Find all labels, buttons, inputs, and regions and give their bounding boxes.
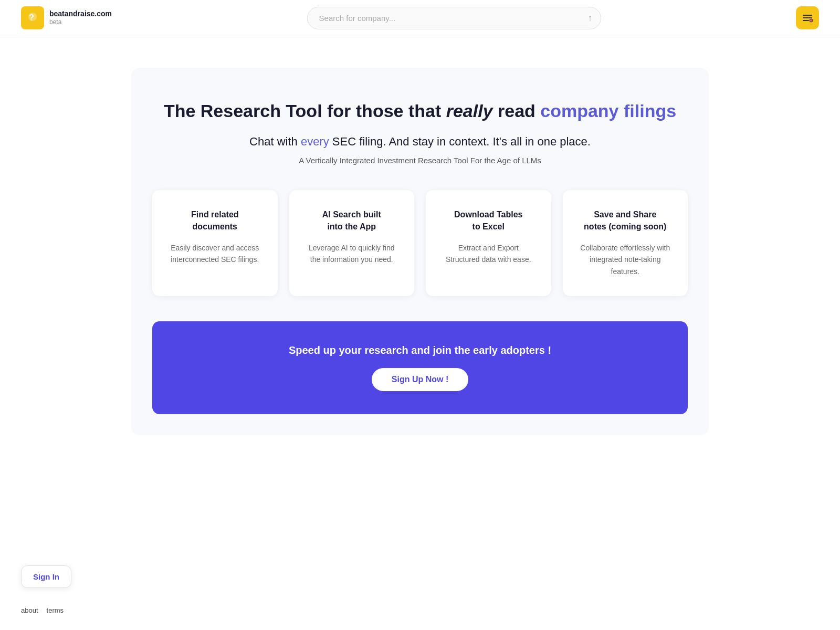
- card-title-1: Find relateddocuments: [167, 209, 263, 233]
- card-download-tables: Download Tablesto Excel Extract and Expo…: [426, 190, 551, 296]
- main-content: The Research Tool for those that really …: [131, 68, 709, 435]
- logo-beta: beta: [49, 18, 112, 26]
- card-title-2: AI Search builtinto the App: [304, 209, 400, 233]
- user-menu-button[interactable]: [796, 6, 819, 29]
- search-input[interactable]: [307, 7, 601, 29]
- logo-text: beatandraise.com beta: [49, 9, 112, 26]
- card-desc-1: Easily discover and access interconnecte…: [167, 242, 263, 266]
- page-wrapper: The Research Tool for those that really …: [0, 36, 840, 451]
- hero-title: The Research Tool for those that really …: [152, 99, 688, 122]
- search-arrow-icon: ↑: [588, 13, 593, 24]
- cta-text: Speed up your research and join the earl…: [173, 344, 667, 356]
- card-desc-4: Collaborate effortlessly with integrated…: [578, 242, 674, 277]
- card-desc-2: Leverage AI to quickly find the informat…: [304, 242, 400, 266]
- search-wrapper: ↑: [307, 7, 601, 29]
- card-desc-3: Extract and Export Structured data with …: [440, 242, 537, 266]
- hero-description: A Vertically Integrated Investment Resea…: [152, 156, 688, 165]
- logo-name: beatandraise.com: [49, 9, 112, 18]
- card-ai-search: AI Search builtinto the App Leverage AI …: [289, 190, 415, 296]
- svg-text:?: ?: [29, 13, 34, 22]
- hero-subtitle: Chat with every SEC filing. And stay in …: [152, 135, 688, 149]
- logo-area: ? beatandraise.com beta: [21, 6, 112, 29]
- footer: about terms: [21, 606, 64, 614]
- svg-point-6: [810, 19, 813, 22]
- card-title-3: Download Tablesto Excel: [440, 209, 537, 233]
- feature-cards: Find relateddocuments Easily discover an…: [152, 190, 688, 296]
- header: ? beatandraise.com beta ↑: [0, 0, 840, 36]
- card-save-share: Save and Sharenotes (coming soon) Collab…: [563, 190, 688, 296]
- cta-banner: Speed up your research and join the earl…: [152, 321, 688, 414]
- card-find-docs: Find relateddocuments Easily discover an…: [152, 190, 278, 296]
- logo-icon: ?: [21, 6, 44, 29]
- signup-button[interactable]: Sign Up Now !: [372, 368, 468, 391]
- terms-link[interactable]: terms: [47, 606, 64, 614]
- about-link[interactable]: about: [21, 606, 38, 614]
- card-title-4: Save and Sharenotes (coming soon): [578, 209, 674, 233]
- signin-button[interactable]: Sign In: [21, 565, 71, 588]
